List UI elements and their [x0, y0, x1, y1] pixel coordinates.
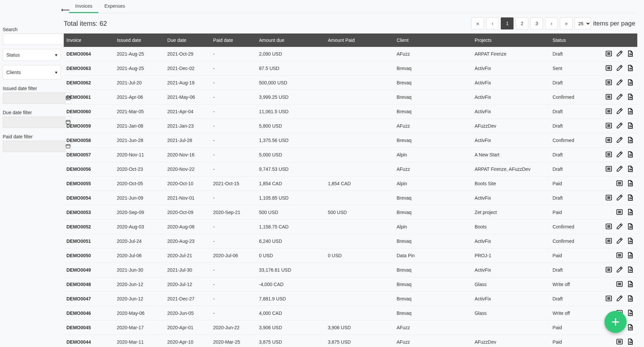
page-prev-button[interactable]: ‹ — [486, 17, 499, 29]
edit-button[interactable] — [615, 194, 624, 202]
pdf-button[interactable] — [626, 50, 635, 58]
table-row[interactable]: DEMO00642021-Aug-252021-Oct-29-2,090 USD… — [64, 47, 637, 61]
view-button[interactable] — [604, 222, 613, 231]
pdf-button[interactable] — [626, 208, 635, 217]
edit-button[interactable] — [615, 78, 624, 87]
edit-button[interactable] — [615, 266, 624, 274]
table-row[interactable]: DEMO00462020-May-062020-Jun-05-4,000 CAD… — [64, 306, 637, 321]
view-button[interactable] — [604, 93, 613, 101]
edit-button[interactable] — [615, 64, 624, 73]
tab-expenses[interactable]: Expenses — [98, 0, 131, 13]
edit-button[interactable] — [615, 136, 624, 145]
table-row[interactable]: DEMO00522020-Aug-032020-Aug-08-1,158.75 … — [64, 220, 637, 234]
view-button[interactable] — [604, 266, 613, 274]
pdf-button[interactable] — [626, 280, 635, 289]
pdf-button[interactable] — [626, 222, 635, 231]
issued-date-input[interactable] — [3, 92, 65, 104]
edit-button[interactable] — [615, 50, 624, 58]
edit-button[interactable] — [615, 222, 624, 231]
table-row[interactable]: DEMO00632021-Aug-252021-Dec-02-87.5 USDB… — [64, 61, 637, 76]
table-row[interactable]: DEMO00452020-Mar-172020-Apr-012020-Jun-2… — [64, 321, 637, 335]
edit-button[interactable] — [615, 165, 624, 174]
table-row[interactable]: DEMO00542021-Jun-092021-Nov-01-1,105.85 … — [64, 191, 637, 205]
pdf-button[interactable] — [626, 251, 635, 260]
table-row[interactable]: DEMO00582021-Jun-282021-Jul-28-1,375.56 … — [64, 133, 637, 148]
column-projects[interactable]: Projects — [472, 33, 550, 47]
column-amount-due[interactable]: Amount due — [256, 33, 325, 47]
table-row[interactable]: DEMO00572020-Nov-112020-Nov-16-5,000 USD… — [64, 148, 637, 162]
page-3-button[interactable]: 3 — [530, 17, 543, 29]
page-1-button[interactable]: 1 — [501, 17, 514, 29]
page-2-button[interactable]: 2 — [516, 17, 528, 29]
table-row[interactable]: DEMO00602021-Mar-052021-Apr-04-11,061.5 … — [64, 105, 637, 119]
view-button[interactable] — [604, 237, 613, 246]
view-button[interactable] — [604, 122, 613, 130]
pdf-button[interactable] — [626, 309, 635, 318]
pdf-button[interactable] — [626, 165, 635, 174]
pdf-button[interactable] — [626, 194, 635, 202]
items-per-page-select[interactable]: 25 — [575, 17, 591, 29]
table-row[interactable]: DEMO00492021-Jun-302021-Jul-30-33,176.61… — [64, 263, 637, 277]
due-date-input[interactable] — [3, 117, 65, 128]
column-invoice[interactable]: Invoice — [64, 33, 114, 47]
pdf-button[interactable] — [626, 136, 635, 145]
pdf-button[interactable] — [626, 237, 635, 246]
table-row[interactable]: DEMO00482020-Jun-122020-Jul-12--4,000 CA… — [64, 277, 637, 292]
edit-button[interactable] — [615, 150, 624, 159]
table-row[interactable]: DEMO00562020-Oct-232020-Nov-22-9,747.53 … — [64, 162, 637, 177]
pdf-button[interactable] — [626, 78, 635, 87]
clients-dropdown[interactable]: Clients ▾ — [3, 65, 61, 80]
tab-invoices[interactable]: Invoices — [69, 0, 98, 13]
column-amount-paid[interactable]: Amount Paid — [325, 33, 394, 47]
paid-date-input[interactable] — [3, 141, 65, 152]
pdf-button[interactable] — [626, 93, 635, 101]
table-row[interactable]: DEMO00622021-Jul-202021-Aug-19-500,000 U… — [64, 76, 637, 90]
pdf-button[interactable] — [626, 294, 635, 303]
table-row[interactable]: DEMO00472020-Jun-122021-Dec-27-7,881.9 U… — [64, 292, 637, 306]
view-button[interactable] — [604, 136, 613, 145]
table-row[interactable]: DEMO00512020-Jul-242020-Aug-23-6,240 USD… — [64, 234, 637, 249]
view-button[interactable] — [615, 179, 624, 188]
edit-button[interactable] — [615, 122, 624, 130]
edit-button[interactable] — [615, 294, 624, 303]
pdf-button[interactable] — [626, 338, 635, 346]
view-button[interactable] — [604, 78, 613, 87]
table-row[interactable]: DEMO00502020-Jul-062020-Jul-212020-Jul-0… — [64, 249, 637, 263]
column-paid-date[interactable]: Paid date — [211, 33, 257, 47]
column-issued-date[interactable]: Issued date — [114, 33, 164, 47]
column-status[interactable]: Status — [550, 33, 587, 47]
status-dropdown[interactable]: Status ▾ — [3, 49, 61, 61]
view-button[interactable] — [604, 194, 613, 202]
add-invoice-button[interactable]: + — [604, 311, 627, 333]
view-button[interactable] — [604, 150, 613, 159]
view-button[interactable] — [604, 107, 613, 116]
view-button[interactable] — [615, 208, 624, 217]
view-button[interactable] — [604, 64, 613, 73]
page-next-button[interactable]: › — [545, 17, 558, 29]
edit-button[interactable] — [615, 93, 624, 101]
table-row[interactable]: DEMO00442020-Mar-112020-Apr-102020-Mar-2… — [64, 335, 637, 347]
pdf-button[interactable] — [626, 266, 635, 274]
page-first-button[interactable]: « — [471, 17, 484, 29]
view-button[interactable] — [615, 280, 624, 289]
edit-button[interactable] — [615, 237, 624, 246]
view-button[interactable] — [604, 165, 613, 174]
view-button[interactable] — [615, 251, 624, 260]
collapse-sidebar-icon[interactable]: ⟵ — [61, 6, 70, 14]
view-button[interactable] — [604, 50, 613, 58]
table-row[interactable]: DEMO00532020-Sep-092020-Oct-092020-Sep-2… — [64, 205, 637, 220]
pdf-button[interactable] — [626, 64, 635, 73]
table-row[interactable]: DEMO00592021-Jan-082021-Jan-23-5,800 USD… — [64, 119, 637, 133]
column-client[interactable]: Client — [394, 33, 472, 47]
pdf-button[interactable] — [626, 179, 635, 188]
view-button[interactable] — [604, 294, 613, 303]
page-last-button[interactable]: » — [560, 17, 573, 29]
table-row[interactable]: DEMO00612021-Apr-062021-May-06-3,999.25 … — [64, 90, 637, 105]
table-row[interactable]: DEMO00552020-Oct-052020-Oct-102021-Oct-1… — [64, 177, 637, 191]
pdf-button[interactable] — [626, 323, 635, 332]
pdf-button[interactable] — [626, 107, 635, 116]
search-input[interactable] — [3, 33, 65, 45]
pdf-button[interactable] — [626, 122, 635, 130]
column-due-date[interactable]: Due date — [165, 33, 211, 47]
edit-button[interactable] — [615, 107, 624, 116]
